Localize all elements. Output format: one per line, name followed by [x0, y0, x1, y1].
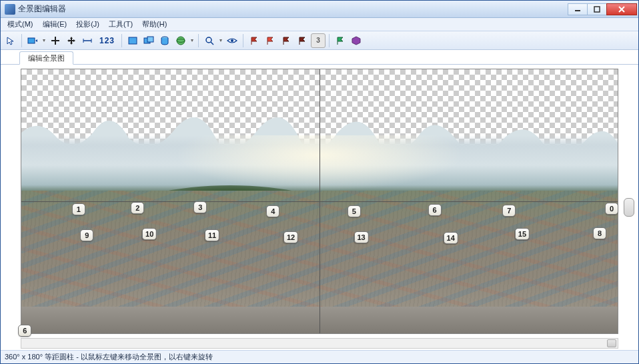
- toolbar-separator: [198, 34, 199, 47]
- image-marker[interactable]: 1: [72, 203, 85, 215]
- flag-red-icon: [249, 36, 259, 45]
- three-d-button[interactable]: 3: [311, 33, 326, 48]
- select-tool-button[interactable]: [3, 33, 18, 48]
- image-marker[interactable]: 5: [348, 205, 361, 217]
- scrollbar-thumb[interactable]: [607, 339, 616, 347]
- numbers-button[interactable]: 123: [96, 33, 118, 48]
- move-point-button[interactable]: [64, 33, 79, 48]
- menu-project[interactable]: 投影(J): [72, 18, 103, 31]
- maximize-icon: [594, 6, 600, 13]
- eye-icon: [227, 37, 237, 45]
- single-image-button[interactable]: [125, 33, 140, 48]
- menubar: 模式(M) 编辑(E) 投影(J) 工具(T) 帮助(H): [1, 18, 638, 31]
- window-controls: [568, 3, 637, 15]
- maximize-button[interactable]: [587, 3, 607, 15]
- flag-red2-icon: [265, 36, 275, 45]
- sphere-button[interactable]: [173, 33, 188, 48]
- move-image-dropdown[interactable]: ▾: [41, 37, 47, 43]
- toolbar-separator: [243, 34, 243, 47]
- image-marker[interactable]: 2: [131, 202, 144, 214]
- svg-point-16: [206, 37, 211, 43]
- plus-icon: [51, 36, 60, 45]
- hexagon-icon: [352, 36, 361, 45]
- svg-point-18: [231, 39, 233, 42]
- app-window: 全景图编辑器 模式(M) 编辑(E) 投影(J) 工具(T) 帮助(H) ▾: [0, 0, 639, 364]
- status-text: 360° x 180° 等距圆柱 - 以鼠标左键来移动全景图，以右键来旋转: [5, 352, 213, 362]
- move-icon: [67, 36, 76, 45]
- panorama-canvas[interactable]: 12345670910111213141586: [21, 69, 618, 334]
- image-move-icon: [27, 36, 38, 45]
- svg-rect-1: [594, 7, 600, 12]
- app-icon: [5, 4, 15, 15]
- statusbar: 360° x 180° 等距圆柱 - 以鼠标左键来移动全景图，以右键来旋转: [1, 350, 638, 363]
- cylinder-icon: [160, 36, 169, 45]
- add-point-button[interactable]: [48, 33, 63, 48]
- close-icon: [618, 6, 626, 13]
- tab-edit-panorama[interactable]: 编辑全景图: [19, 51, 73, 65]
- image-marker[interactable]: 8: [593, 227, 606, 239]
- image-icon: [128, 36, 137, 45]
- image-marker[interactable]: 7: [502, 205, 516, 217]
- center-horizontal-guide: [21, 201, 618, 202]
- image-marker[interactable]: 6: [428, 204, 442, 216]
- tabstrip: 编辑全景图: [1, 50, 638, 65]
- titlebar[interactable]: 全景图编辑器: [1, 1, 638, 18]
- magnifier-icon: [205, 36, 214, 45]
- image-marker[interactable]: 6: [18, 325, 31, 337]
- image-marker[interactable]: 13: [354, 231, 368, 243]
- svg-line-17: [211, 42, 213, 45]
- flag-dark-button[interactable]: [279, 33, 293, 48]
- toolbar-separator: [329, 34, 330, 47]
- image-marker[interactable]: 9: [80, 229, 93, 241]
- flag-dark2-icon: [297, 36, 307, 45]
- image-marker[interactable]: 12: [283, 231, 298, 243]
- image-marker[interactable]: 4: [266, 205, 279, 217]
- overlap-button[interactable]: [141, 33, 156, 48]
- zoom-button[interactable]: [202, 33, 217, 48]
- toolbar: ▾ 123 ▾ ▾: [1, 31, 638, 50]
- flag-red2-button[interactable]: [263, 33, 277, 48]
- image-marker[interactable]: 14: [444, 232, 458, 244]
- right-handle[interactable]: [624, 198, 634, 217]
- distance-button[interactable]: [80, 33, 95, 48]
- svg-rect-10: [129, 37, 137, 44]
- flag-dark2-button[interactable]: [295, 33, 309, 48]
- zoom-dropdown[interactable]: ▾: [218, 37, 223, 43]
- cylinder-button[interactable]: [157, 33, 172, 48]
- image-marker[interactable]: 10: [142, 228, 157, 240]
- svg-rect-12: [147, 37, 153, 42]
- menu-edit[interactable]: 编辑(E): [39, 18, 71, 31]
- image-marker[interactable]: 15: [515, 228, 530, 240]
- preview-button[interactable]: [225, 33, 239, 48]
- distance-icon: [82, 36, 93, 45]
- window-title: 全景图编辑器: [18, 3, 568, 15]
- menu-tools[interactable]: 工具(T): [105, 18, 137, 31]
- sphere-dropdown[interactable]: ▾: [189, 37, 195, 43]
- cursor-icon: [6, 36, 15, 45]
- menu-help[interactable]: 帮助(H): [138, 18, 171, 31]
- toolbar-separator: [121, 34, 122, 47]
- hexagon-button[interactable]: [349, 33, 364, 48]
- flag-green-button[interactable]: [333, 33, 348, 48]
- flag-green-icon: [336, 36, 345, 45]
- move-image-button[interactable]: [25, 33, 40, 48]
- minimize-button[interactable]: [568, 3, 588, 15]
- close-button[interactable]: [606, 3, 637, 15]
- image-marker[interactable]: 3: [193, 201, 207, 213]
- svg-point-14: [177, 37, 185, 45]
- overlap-icon: [143, 36, 154, 45]
- flag-red-button[interactable]: [247, 33, 261, 48]
- horizontal-scrollbar[interactable]: [21, 338, 618, 349]
- toolbar-separator: [21, 34, 22, 47]
- editor-area: 12345670910111213141586: [1, 65, 638, 350]
- svg-marker-19: [352, 37, 360, 45]
- menu-mode[interactable]: 模式(M): [3, 18, 37, 31]
- minimize-icon: [574, 6, 581, 13]
- flag-dark-icon: [281, 36, 291, 45]
- svg-rect-4: [28, 38, 35, 43]
- sphere-icon: [176, 36, 185, 45]
- image-marker[interactable]: 0: [605, 203, 618, 215]
- image-marker[interactable]: 11: [205, 229, 219, 241]
